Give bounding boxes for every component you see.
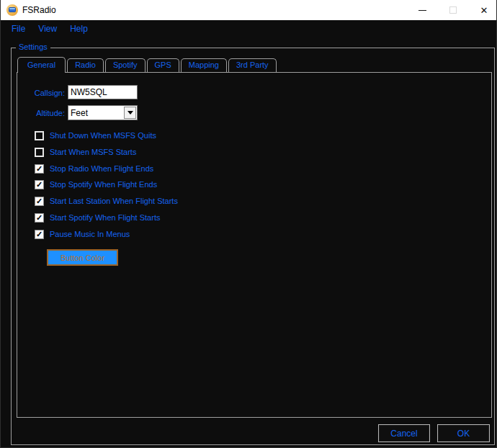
checkbox-box bbox=[35, 197, 44, 206]
callsign-input[interactable] bbox=[68, 85, 138, 99]
window-title: FSRadio bbox=[22, 5, 56, 15]
minimize-icon bbox=[418, 10, 426, 11]
tab-general[interactable]: General bbox=[17, 57, 66, 73]
general-tab-panel: Callsign: Altitude: Feet Shut Down When … bbox=[17, 72, 492, 418]
tab-spotify[interactable]: Spotify bbox=[105, 58, 145, 72]
callsign-label: Callsign: bbox=[20, 89, 65, 97]
altitude-dropdown[interactable]: Feet bbox=[68, 105, 138, 120]
checkbox-label: Stop Radio When Flight Ends bbox=[50, 164, 153, 173]
minimize-button[interactable] bbox=[411, 0, 433, 20]
checkbox-shutdown-when-msfs-quits[interactable]: Shut Down When MSFS Quits bbox=[35, 130, 156, 140]
ok-button[interactable]: OK bbox=[437, 424, 490, 442]
radio-stripe-shape bbox=[9, 8, 15, 9]
settings-group-label: Settings bbox=[16, 42, 50, 51]
checkbox-label: Start When MSFS Starts bbox=[50, 148, 136, 156]
checkbox-box bbox=[35, 131, 44, 140]
checkbox-start-spotify-when-flight-starts[interactable]: Start Spotify When Flight Starts bbox=[35, 212, 160, 223]
checkbox-label: Start Last Station When Flight Starts bbox=[50, 197, 178, 205]
checkbox-label: Stop Spotify When Flight Ends bbox=[50, 180, 157, 189]
checkbox-label: Shut Down When MSFS Quits bbox=[50, 131, 156, 140]
maximize-icon bbox=[449, 6, 457, 14]
tab-mapping[interactable]: Mapping bbox=[181, 58, 227, 72]
checkbox-stop-spotify-when-flight-ends[interactable]: Stop Spotify When Flight Ends bbox=[35, 179, 157, 189]
checkbox-label: Pause Music In Menus bbox=[50, 230, 130, 238]
checkbox-pause-music-in-menus[interactable]: Pause Music In Menus bbox=[35, 229, 130, 239]
cancel-button[interactable]: Cancel bbox=[378, 424, 430, 442]
checkbox-box bbox=[35, 148, 44, 157]
checkbox-start-last-station-when-flight-starts[interactable]: Start Last Station When Flight Starts bbox=[35, 196, 178, 206]
altitude-selected-value: Feet bbox=[68, 108, 124, 118]
menubar: File View Help bbox=[1, 20, 496, 37]
dropdown-button[interactable] bbox=[124, 107, 136, 119]
checkbox-label: Start Spotify When Flight Starts bbox=[50, 213, 160, 222]
tab-gps[interactable]: GPS bbox=[147, 58, 179, 72]
checkbox-box bbox=[35, 164, 44, 174]
checkbox-stop-radio-when-flight-ends[interactable]: Stop Radio When Flight Ends bbox=[35, 163, 153, 174]
altitude-label: Altitude: bbox=[20, 109, 65, 117]
close-icon: ✕ bbox=[480, 6, 488, 15]
settings-tabstrip: General Radio Spotify GPS Mapping 3rd Pa… bbox=[17, 57, 278, 72]
button-color-button[interactable]: Button Color bbox=[47, 249, 118, 266]
menu-help[interactable]: Help bbox=[70, 24, 88, 34]
close-button[interactable]: ✕ bbox=[473, 0, 495, 20]
tab-3rd-party[interactable]: 3rd Party bbox=[228, 58, 277, 72]
checkbox-box bbox=[35, 180, 44, 189]
chevron-down-icon bbox=[127, 111, 133, 115]
app-window: FSRadio ✕ File View Help Settings Genera… bbox=[0, 0, 497, 448]
menu-view[interactable]: View bbox=[38, 24, 57, 34]
checkbox-box bbox=[35, 213, 44, 223]
tab-radio[interactable]: Radio bbox=[67, 58, 104, 72]
checkbox-start-when-msfs-starts[interactable]: Start When MSFS Starts bbox=[35, 147, 136, 157]
app-radio-icon bbox=[6, 4, 18, 16]
maximize-button[interactable] bbox=[442, 0, 464, 20]
checkbox-box bbox=[35, 230, 44, 239]
menu-file[interactable]: File bbox=[12, 24, 25, 34]
titlebar: FSRadio ✕ bbox=[1, 0, 496, 20]
